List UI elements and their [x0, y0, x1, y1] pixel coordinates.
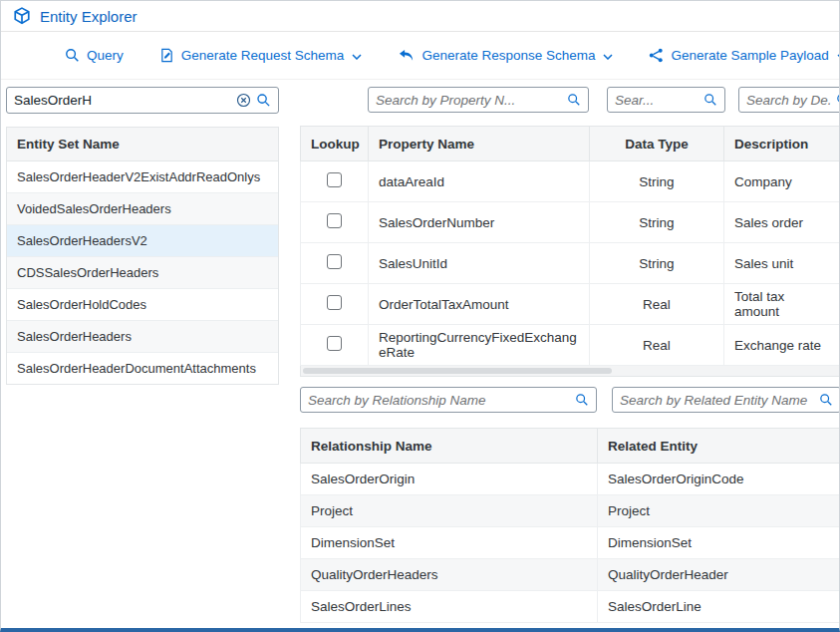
entity-set-row[interactable]: SalesOrderHeaderDocumentAttachments	[7, 353, 278, 384]
relationship-name-cell: DimensionSet	[301, 527, 598, 559]
properties-table-header-row: Lookup Property Name Data Type Descripti…	[301, 127, 840, 161]
search-icon[interactable]	[703, 93, 717, 107]
entity-set-row[interactable]: SalesOrderHeaders	[7, 321, 278, 353]
property-name-cell: dataAreaId	[369, 161, 590, 202]
data-type-search-box	[607, 87, 725, 113]
entity-set-row[interactable]: VoidedSalesOrderHeaders	[7, 193, 278, 225]
property-name-cell: SalesUnitId	[369, 243, 590, 284]
horizontal-scrollbar[interactable]	[300, 366, 840, 377]
data-type-search-input[interactable]	[615, 93, 699, 108]
relationship-name-cell: Project	[301, 495, 598, 527]
description-cell: Sales unit	[724, 243, 840, 284]
data-type-cell: String	[590, 161, 724, 202]
generate-request-schema-button[interactable]: Generate Request Schema	[159, 48, 363, 63]
column-header-related-entity: Related Entity	[598, 429, 840, 464]
property-row[interactable]: SalesOrderNumber String Sales order	[301, 202, 840, 243]
cube-icon	[13, 7, 31, 25]
search-icon[interactable]	[256, 93, 271, 108]
data-type-cell: String	[590, 202, 724, 243]
property-name-cell: SalesOrderNumber	[369, 202, 590, 243]
payload-icon	[649, 48, 664, 63]
related-entity-search-input[interactable]	[620, 393, 814, 408]
column-header-data-type: Data Type	[590, 127, 724, 161]
property-name-search-input[interactable]	[376, 93, 562, 108]
generate-sample-payload-button[interactable]: Generate Sample Payload	[649, 48, 840, 63]
entity-set-row[interactable]: SalesOrderHeaderV2ExistAddrReadOnlys	[7, 161, 278, 193]
lookup-checkbox[interactable]	[327, 336, 342, 351]
properties-panel: Lookup Property Name Data Type Descripti…	[300, 87, 840, 623]
relationship-row[interactable]: DimensionSet DimensionSet	[301, 527, 840, 559]
entity-set-search-box	[6, 87, 279, 114]
lookup-checkbox[interactable]	[327, 254, 342, 269]
relationship-name-search-input[interactable]	[308, 393, 570, 408]
property-row[interactable]: ReportingCurrencyFixedExchangeRate Real …	[301, 325, 840, 366]
search-icon	[65, 48, 80, 63]
column-header-property-name: Property Name	[369, 127, 590, 161]
entity-set-row[interactable]: SalesOrderHoldCodes	[7, 289, 278, 321]
property-row[interactable]: OrderTotalTaxAmount Real Total tax amoun…	[301, 284, 840, 325]
relationship-row[interactable]: SalesOrderLines SalesOrderLine	[301, 591, 840, 623]
related-entity-cell: SalesOrderOriginCode	[598, 464, 840, 495]
data-type-cell: Real	[590, 284, 724, 325]
data-type-cell: String	[590, 243, 724, 284]
relationships-table-header-row: Relationship Name Related Entity	[301, 429, 840, 464]
chevron-down-icon	[603, 54, 613, 60]
generate-response-schema-button[interactable]: Generate Response Schema	[398, 48, 613, 63]
relationship-name-cell: SalesOrderLines	[301, 591, 598, 623]
related-entity-cell: QualityOrderHeader	[598, 559, 840, 591]
property-name-search-box	[368, 87, 589, 113]
property-name-cell: ReportingCurrencyFixedExchangeRate	[369, 325, 590, 366]
search-icon[interactable]	[575, 393, 589, 407]
lookup-checkbox[interactable]	[327, 295, 342, 310]
property-name-cell: OrderTotalTaxAmount	[369, 284, 590, 325]
column-header-relationship-name: Relationship Name	[301, 429, 598, 464]
relationship-name-search-box	[300, 387, 597, 413]
response-arrow-icon	[398, 48, 415, 63]
related-entity-cell: Project	[598, 495, 840, 527]
related-entity-search-box	[612, 387, 840, 413]
relationship-row[interactable]: SalesOrderOrigin SalesOrderOriginCode	[301, 464, 840, 495]
entity-set-table-body: SalesOrderHeaderV2ExistAddrReadOnlys Voi…	[7, 161, 278, 384]
search-icon[interactable]	[836, 93, 840, 107]
page-title: Entity Explorer	[40, 8, 138, 25]
entity-set-row[interactable]: CDSSalesOrderHeaders	[7, 257, 278, 289]
data-type-cell: Real	[590, 325, 724, 366]
generate-sample-payload-label: Generate Sample Payload	[671, 48, 828, 63]
query-button[interactable]: Query	[65, 48, 124, 63]
entity-set-search-input[interactable]	[14, 93, 231, 108]
description-cell: Sales order	[724, 202, 840, 243]
generate-request-schema-label: Generate Request Schema	[181, 48, 345, 63]
search-icon[interactable]	[567, 93, 581, 107]
relationship-name-cell: QualityOrderHeaders	[301, 559, 598, 591]
relationship-name-cell: SalesOrderOrigin	[301, 464, 598, 495]
clear-search-icon[interactable]	[236, 93, 251, 108]
entity-explorer-window: Entity Explorer Query Generate Request S…	[0, 0, 840, 632]
related-entity-cell: SalesOrderLine	[598, 591, 840, 623]
request-schema-icon	[159, 48, 174, 63]
lookup-checkbox[interactable]	[327, 213, 342, 228]
description-cell: Exchange rate	[724, 325, 840, 366]
property-row[interactable]: SalesUnitId String Sales unit	[301, 243, 840, 284]
description-search-box	[738, 87, 840, 113]
horizontal-scrollbar-thumb[interactable]	[303, 368, 612, 374]
relationship-row[interactable]: Project Project	[301, 495, 840, 527]
entity-set-table-header: Entity Set Name	[7, 128, 278, 161]
property-search-row	[300, 87, 840, 113]
relationship-row[interactable]: QualityOrderHeaders QualityOrderHeader	[301, 559, 840, 591]
generate-response-schema-label: Generate Response Schema	[421, 48, 595, 63]
relationship-search-row	[300, 387, 840, 413]
toolbar: Query Generate Request Schema Generate R…	[1, 32, 839, 80]
column-header-description: Description	[724, 127, 840, 161]
app-header: Entity Explorer	[1, 1, 839, 32]
property-row[interactable]: dataAreaId String Company	[301, 161, 840, 202]
lookup-checkbox[interactable]	[327, 172, 342, 187]
entity-set-table: Entity Set Name SalesOrderHeaderV2ExistA…	[6, 127, 279, 385]
description-search-input[interactable]	[746, 93, 831, 108]
entity-set-panel: Entity Set Name SalesOrderHeaderV2ExistA…	[6, 87, 279, 385]
chevron-down-icon	[352, 54, 362, 60]
query-label: Query	[87, 48, 124, 63]
entity-set-row[interactable]: SalesOrderHeadersV2	[7, 225, 278, 257]
search-icon[interactable]	[819, 393, 833, 407]
relationships-table: Relationship Name Related Entity SalesOr…	[300, 428, 840, 623]
description-cell: Company	[724, 161, 840, 202]
